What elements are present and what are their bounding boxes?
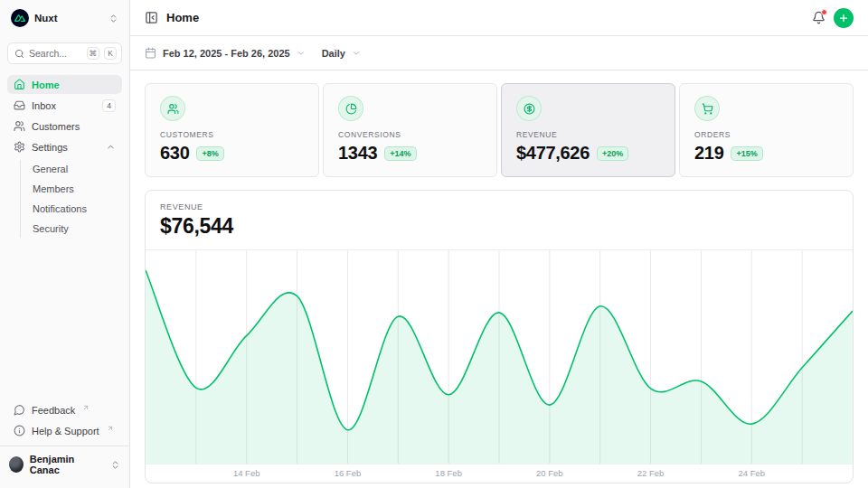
- x-axis: 14 Feb 16 Feb 18 Feb 20 Feb 22 Feb 24 Fe…: [146, 464, 853, 483]
- gear-icon: [14, 141, 25, 153]
- search-placeholder: Search...: [29, 48, 67, 59]
- info-circle-icon: [14, 425, 25, 436]
- user-menu[interactable]: Benjamin Canac: [0, 446, 129, 481]
- chevron-up-icon: [106, 142, 116, 152]
- sidebar-item-label: Customers: [32, 121, 80, 132]
- stat-delta-badge: +14%: [384, 146, 416, 161]
- chevron-down-icon: [297, 49, 306, 58]
- sidebar-item-customers[interactable]: Customers: [7, 117, 122, 136]
- stat-delta-badge: +20%: [597, 146, 628, 161]
- house-icon: [14, 79, 25, 90]
- main-panel: Home Feb 12, 2025 - Feb 26, 2025: [130, 0, 868, 488]
- collapse-sidebar-button[interactable]: [145, 11, 158, 24]
- date-range-value: Feb 12, 2025 - Feb 26, 2025: [163, 48, 290, 59]
- app-window: Nuxt Search... ⌘ K Home: [0, 0, 868, 488]
- stat-label: CONVERSIONS: [338, 130, 482, 139]
- sidebar-item-home[interactable]: Home: [7, 75, 122, 94]
- x-axis-tick: 16 Feb: [335, 468, 362, 478]
- page-title: Home: [166, 11, 199, 24]
- notifications-button[interactable]: [812, 11, 826, 24]
- chevrons-up-down-icon: [108, 14, 118, 23]
- page-content: CUSTOMERS 630 +8% CONVERSIONS 1343 +14%: [130, 70, 868, 483]
- sidebar-nav: Home Inbox 4 Customers Setting: [7, 75, 122, 239]
- sidebar-item-security[interactable]: Security: [26, 220, 122, 238]
- avatar: [9, 456, 24, 473]
- revenue-chart-header: REVENUE $76,544: [146, 191, 853, 250]
- external-link-icon: [82, 402, 90, 413]
- period-select[interactable]: Daily: [322, 48, 361, 59]
- page-header: Home: [130, 0, 868, 36]
- sidebar: Nuxt Search... ⌘ K Home: [0, 0, 130, 488]
- inbox-count-badge: 4: [102, 99, 116, 112]
- stat-card-orders[interactable]: ORDERS 219 +15%: [679, 83, 854, 177]
- date-range-picker[interactable]: Feb 12, 2025 - Feb 26, 2025: [145, 47, 306, 59]
- chevrons-up-down-icon: [110, 460, 120, 470]
- panel-left-close-icon: [145, 11, 158, 24]
- sidebar-item-label: Inbox: [32, 100, 56, 111]
- chevron-down-icon: [352, 49, 361, 58]
- x-axis-tick: 24 Feb: [738, 468, 765, 478]
- revenue-chart-card: REVENUE $76,544 14 Feb 16 Feb 18 Feb 20 …: [145, 190, 854, 483]
- plus-icon: [838, 13, 849, 23]
- stat-card-revenue[interactable]: REVENUE $477,626 +20%: [501, 83, 675, 177]
- stat-card-customers[interactable]: CUSTOMERS 630 +8%: [145, 83, 319, 177]
- shopping-cart-icon: [694, 96, 720, 121]
- users-icon: [14, 120, 25, 132]
- sidebar-item-label: General: [33, 164, 68, 174]
- stat-label: ORDERS: [694, 130, 838, 139]
- period-value: Daily: [322, 48, 345, 59]
- sidebar-item-label: Home: [32, 80, 60, 90]
- x-axis-tick: 20 Feb: [536, 468, 563, 478]
- workspace-selector[interactable]: Nuxt: [7, 7, 122, 29]
- sidebar-item-inbox[interactable]: Inbox 4: [7, 96, 122, 115]
- x-axis-tick: 14 Feb: [233, 468, 260, 478]
- search-input[interactable]: Search... ⌘ K: [7, 42, 122, 64]
- stat-value: 219: [694, 143, 723, 164]
- sidebar-item-label: Security: [33, 223, 69, 234]
- revenue-chart-svg: [146, 250, 853, 464]
- sidebar-item-settings[interactable]: Settings: [7, 137, 122, 156]
- stat-card-conversions[interactable]: CONVERSIONS 1343 +14%: [323, 83, 497, 177]
- kbd-meta: ⌘: [87, 47, 100, 60]
- sidebar-item-feedback[interactable]: Feedback: [7, 400, 122, 419]
- calendar-icon: [145, 47, 156, 59]
- sidebar-item-label: Settings: [32, 142, 68, 153]
- stats-row: CUSTOMERS 630 +8% CONVERSIONS 1343 +14%: [145, 83, 854, 177]
- nuxt-logo-icon: [11, 9, 29, 27]
- inbox-icon: [14, 99, 25, 111]
- x-axis-tick: 22 Feb: [637, 468, 665, 478]
- user-name: Benjamin Canac: [30, 454, 98, 475]
- message-circle-icon: [14, 404, 25, 416]
- settings-subnav: General Members Notifications Security: [20, 160, 122, 238]
- stat-label: CUSTOMERS: [160, 130, 304, 139]
- kbd-key: K: [104, 47, 117, 60]
- add-button[interactable]: [834, 8, 854, 28]
- sidebar-item-label: Members: [33, 183, 74, 194]
- sidebar-item-help-support[interactable]: Help & Support: [7, 421, 122, 440]
- sidebar-item-label: Notifications: [33, 203, 87, 214]
- revenue-chart-value: $76,544: [160, 214, 838, 239]
- stat-delta-badge: +15%: [731, 146, 762, 161]
- filters-toolbar: Feb 12, 2025 - Feb 26, 2025 Daily: [130, 36, 868, 70]
- stat-value: 1343: [338, 143, 377, 164]
- revenue-area-chart[interactable]: [146, 250, 853, 464]
- sidebar-item-notifications[interactable]: Notifications: [26, 200, 122, 218]
- sidebar-item-members[interactable]: Members: [26, 180, 122, 198]
- stat-value: 630: [160, 143, 189, 164]
- sidebar-item-label: Help & Support: [32, 426, 99, 436]
- notification-dot: [821, 9, 827, 15]
- users-icon: [160, 96, 185, 121]
- revenue-chart-label: REVENUE: [160, 202, 838, 211]
- stat-value: $477,626: [516, 143, 590, 164]
- x-axis-tick: 18 Feb: [435, 468, 462, 478]
- sidebar-item-label: Feedback: [32, 405, 75, 416]
- stat-delta-badge: +8%: [196, 146, 223, 161]
- search-icon: [14, 49, 24, 59]
- workspace-name: Nuxt: [34, 13, 58, 23]
- sidebar-footer: Feedback Help & Support: [7, 400, 122, 446]
- stat-label: REVENUE: [516, 130, 660, 139]
- external-link-icon: [107, 423, 114, 434]
- sidebar-item-general[interactable]: General: [26, 160, 122, 178]
- dollar-circle-icon: [516, 96, 542, 121]
- chart-pie-icon: [338, 96, 363, 121]
